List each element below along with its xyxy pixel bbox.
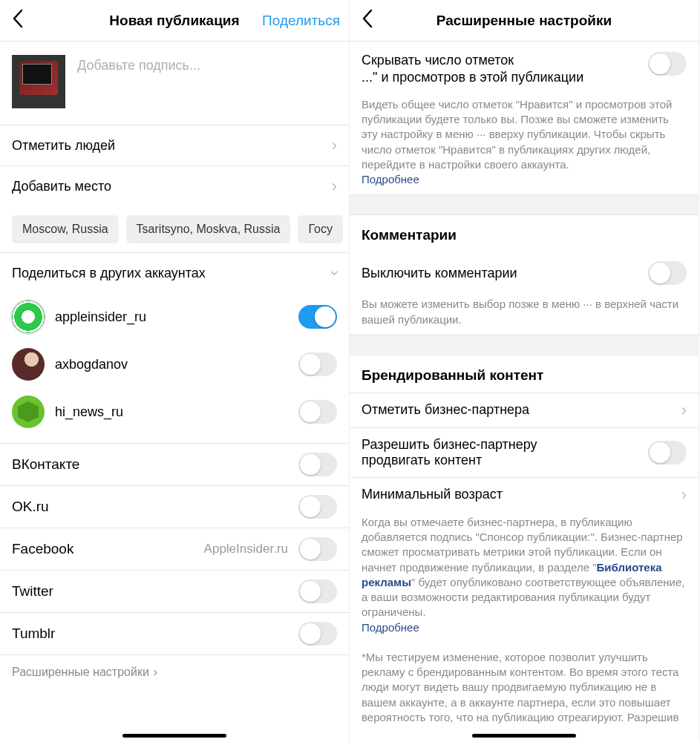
caption-input[interactable]: Добавьте подпись...: [77, 55, 337, 73]
external-share-row: Facebook AppleInsider.ru: [0, 528, 349, 571]
new-post-screen: Новая публикация Поделиться Добавьте под…: [0, 0, 350, 742]
caption-area: Добавьте подпись...: [0, 42, 349, 125]
external-toggle[interactable]: [298, 453, 337, 476]
external-share-row: Tumblr: [0, 613, 349, 655]
hide-likes-description: Видеть общее число отметок "Нравится" и …: [350, 94, 699, 195]
add-location-label: Добавить место: [12, 179, 111, 194]
allow-promote-row: Разрешить бизнес-партнеру продвигать кон…: [350, 427, 699, 477]
chevron-right-icon: ›: [681, 487, 687, 503]
external-toggle[interactable]: [298, 580, 337, 603]
tag-people-row[interactable]: Отметить людей ›: [0, 125, 349, 166]
external-subtext: AppleInsider.ru: [204, 542, 288, 556]
learn-more-link[interactable]: Подробнее: [362, 621, 419, 634]
hide-likes-toggle[interactable]: [648, 52, 687, 76]
external-share-row: Twitter: [0, 571, 349, 613]
tag-business-partner-row[interactable]: Отметить бизнес-партнера ›: [350, 393, 699, 427]
chevron-right-icon: ›: [681, 402, 687, 418]
location-suggestions: Moscow, Russia Tsaritsyno, Moskva, Russi…: [0, 206, 349, 253]
branded-content-section-title: Брендированный контент: [350, 355, 699, 393]
share-other-accounts-row[interactable]: Поделиться в других аккаунтах ›: [0, 253, 349, 293]
comments-section-title: Комментарии: [350, 215, 699, 252]
external-name: Tumblr: [12, 626, 298, 642]
account-toggle[interactable]: [298, 400, 337, 424]
avatar: [12, 348, 45, 381]
advanced-settings-link[interactable]: Расширенные настройки ›: [0, 655, 349, 689]
external-name: ВКонтакте: [12, 456, 298, 473]
add-location-row[interactable]: Добавить место ›: [0, 166, 349, 206]
disable-comments-toggle[interactable]: [648, 261, 687, 285]
account-toggle[interactable]: [298, 305, 337, 329]
tag-business-partner-label: Отметить бизнес-партнера: [362, 402, 529, 418]
external-name: OK.ru: [12, 499, 298, 515]
external-share-row: OK.ru: [0, 486, 349, 528]
account-row: appleinsider_ru: [0, 293, 349, 341]
branded-description: Когда вы отмечаете бизнес-партнера, в пу…: [350, 512, 699, 643]
back-button[interactable]: [357, 6, 378, 35]
header: Новая публикация Поделиться: [0, 0, 349, 42]
chevron-down-icon: ›: [326, 270, 342, 275]
account-toggle[interactable]: [298, 352, 337, 376]
section-separator: [350, 335, 699, 355]
advanced-settings-screen: Расширенные настройки Скрывать число отм…: [350, 0, 699, 742]
avatar: [12, 301, 45, 333]
min-age-row[interactable]: Минимальный возраст ›: [350, 477, 699, 512]
external-share-row: ВКонтакте: [0, 444, 349, 486]
account-name: appleinsider_ru: [55, 309, 288, 325]
min-age-label: Минимальный возраст: [362, 487, 503, 502]
page-title: Расширенные настройки: [436, 13, 612, 29]
home-indicator: [122, 734, 226, 738]
avatar: [12, 395, 45, 428]
chevron-right-icon: ›: [332, 178, 337, 194]
home-indicator: [472, 734, 576, 738]
hide-likes-label: Скрывать число отметок ..." и просмотров…: [362, 52, 583, 87]
external-toggle[interactable]: [298, 622, 337, 646]
location-chip[interactable]: Госу: [298, 215, 343, 243]
back-button[interactable]: [7, 6, 28, 35]
external-toggle[interactable]: [298, 495, 337, 519]
account-row: axbogdanov: [0, 341, 349, 388]
external-name: Facebook: [12, 541, 204, 557]
account-row: hi_news_ru: [0, 388, 349, 439]
page-title: Новая публикация: [109, 13, 239, 29]
location-chip[interactable]: Tsaritsyno, Moskva, Russia: [126, 215, 291, 243]
section-separator: [350, 194, 699, 215]
post-thumbnail[interactable]: [12, 55, 65, 108]
allow-promote-toggle[interactable]: [648, 441, 687, 464]
advanced-settings-label: Расширенные настройки: [12, 666, 149, 679]
allow-promote-label: Разрешить бизнес-партнеру продвигать кон…: [362, 437, 537, 468]
branded-footnote: *Мы тестируем изменение, которое позволи…: [350, 643, 699, 732]
location-chip[interactable]: Moscow, Russia: [12, 215, 119, 243]
account-name: axbogdanov: [55, 357, 288, 372]
disable-comments-label: Выключить комментарии: [362, 266, 517, 281]
hide-likes-row: Скрывать число отметок ..." и просмотров…: [350, 42, 699, 94]
comments-description: Вы можете изменить выбор позже в меню ··…: [350, 294, 699, 335]
tag-people-label: Отметить людей: [12, 138, 115, 154]
chevron-right-icon: ›: [332, 137, 337, 154]
external-name: Twitter: [12, 583, 298, 600]
share-other-accounts-label: Поделиться в других аккаунтах: [12, 266, 206, 281]
external-toggle[interactable]: [298, 537, 337, 561]
account-name: hi_news_ru: [55, 404, 288, 420]
share-action-button[interactable]: Поделиться: [262, 13, 340, 29]
header: Расширенные настройки: [350, 0, 699, 42]
disable-comments-row: Выключить комментарии: [350, 252, 699, 294]
learn-more-link[interactable]: Подробнее: [362, 173, 419, 186]
chevron-right-icon: ›: [154, 666, 157, 679]
